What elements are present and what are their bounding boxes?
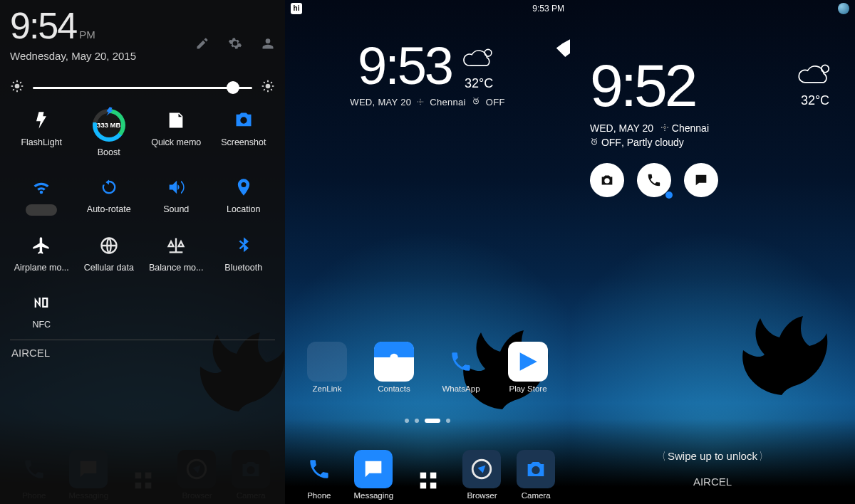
label: Phone [307,491,331,500]
edit-icon[interactable] [195,36,209,53]
alarm-icon [472,97,480,109]
wifi-icon [489,4,499,14]
lock-camera-button[interactable] [590,163,624,197]
brightness-auto-icon[interactable] [261,79,275,96]
app-contacts[interactable]: Contacts [374,342,414,393]
label: Airplane mo... [14,263,69,273]
location-pin-icon [660,123,669,132]
tile-quick-memo[interactable]: Quick memo [145,109,208,157]
status-bar [570,0,855,17]
widget-city: Chennai [430,97,466,109]
label: Screenshot [221,137,266,147]
user-avatar-icon[interactable] [838,3,849,14]
tile-nfc[interactable]: NFC [10,291,73,330]
time: 9:54 [10,5,76,46]
lock-time: 9:52 [590,56,695,115]
lock-carrier: AIRCEL [570,473,855,487]
lock-condition: Partly cloudy [627,137,684,148]
missed-badge [665,191,673,199]
tile-cellular-data[interactable]: Cellular data [78,234,141,273]
label: Browser [467,491,497,500]
wifi-icon [795,4,805,14]
dock-messaging[interactable]: Messaging [354,450,394,500]
tile-wifi[interactable] [10,176,73,216]
lock-quick-actions [590,163,841,197]
dock-apps[interactable] [409,461,447,500]
lock-alarm: OFF [601,137,621,148]
location-pin-icon [417,97,424,109]
tile-auto-rotate[interactable]: Auto-rotate [78,176,141,216]
label: Contacts [378,384,410,393]
panel-clock[interactable]: 9:54PM Wednesday, May 20, 2015 [10,7,136,63]
quick-settings-panel: 9:54PM Wednesday, May 20, 2015 FlashLigh… [0,0,285,504]
status-bar: hi 9:53 PM [285,0,570,17]
label: Location [227,204,260,214]
date: Wednesday, May 20, 2015 [10,48,136,63]
boost-mb: 333 MB [93,109,125,142]
tile-airplane[interactable]: Airplane mo... [10,234,73,273]
notif-hike-icon: hi [291,3,302,14]
signal-icon [809,4,819,14]
label: Bluetooth [224,263,262,273]
widget-date: WED, MAY 20 [350,97,411,109]
label: Play Store [509,384,546,393]
screen-quick-settings: Phone Messaging Browser Camera 9:54PM We… [0,0,285,504]
tile-sound[interactable]: Sound [145,176,208,216]
ampm: PM [79,28,95,41]
home-apps-row: ZenLink Contacts WhatsApp Play Store [285,342,570,393]
brightness-slider[interactable] [10,79,275,96]
tile-balance-mode[interactable]: Balance mo... [145,234,208,273]
lock-messaging-button[interactable] [684,163,718,197]
battery-icon [518,4,528,14]
label: Sound [163,204,189,214]
app-whatsapp[interactable]: WhatsApp [441,342,481,393]
label: ZenLink [313,384,342,393]
label: Camera [522,491,551,500]
label: Auto-rotate [87,204,131,214]
dock: Phone Messaging Browser Camera [285,443,570,504]
app-zenlink[interactable]: ZenLink [307,342,347,393]
widget-temp: 32°C [465,77,493,90]
label: Boost [98,147,120,157]
screen-lock: 9:52 32°C WED, MAY 20 Chennai OFF, Partl… [570,0,855,504]
widget-time: 9:53 [358,40,452,93]
page-indicator[interactable] [285,419,570,423]
tile-flashlight[interactable]: FlashLight [10,109,73,157]
signal-icon [504,4,514,14]
gear-icon[interactable] [228,36,242,53]
battery-icon [824,4,834,14]
tile-boost[interactable]: 333 MB Boost [78,109,141,157]
label: Balance mo... [149,263,203,273]
lock-phone-button[interactable] [637,163,671,197]
person-icon[interactable] [261,36,275,53]
label: WhatsApp [442,384,480,393]
label: FlashLight [21,137,62,147]
dock-phone[interactable]: Phone [300,450,338,500]
unlock-text: Swipe up to unlock [668,450,757,462]
tile-location[interactable]: Location [212,176,276,216]
app-play-store[interactable]: Play Store [508,342,548,393]
label: Cellular data [84,263,134,273]
alarm-icon [590,137,598,146]
label: NFC [32,320,51,330]
status-time: 9:53 PM [532,4,564,14]
label: Quick memo [151,137,201,147]
brightness-low-icon [10,79,24,96]
tile-screenshot[interactable]: Screenshot [212,109,276,157]
dock-camera[interactable]: Camera [517,450,555,500]
unlock-hint[interactable]: 〈Swipe up to unlock〉 AIRCEL [570,450,855,487]
dock-browser[interactable]: Browser [462,450,501,500]
label: Messaging [354,491,394,500]
tile-bluetooth[interactable]: Bluetooth [212,234,276,273]
screen-home: hi 9:53 PM 9:53 32°C WED, MAY 20 Chennai… [285,0,570,504]
lock-city: Chennai [672,122,709,134]
wifi-ssid-blurred [26,204,57,216]
carrier-label: AIRCEL [10,340,275,365]
lock-date: WED, MAY 20 [590,121,653,135]
